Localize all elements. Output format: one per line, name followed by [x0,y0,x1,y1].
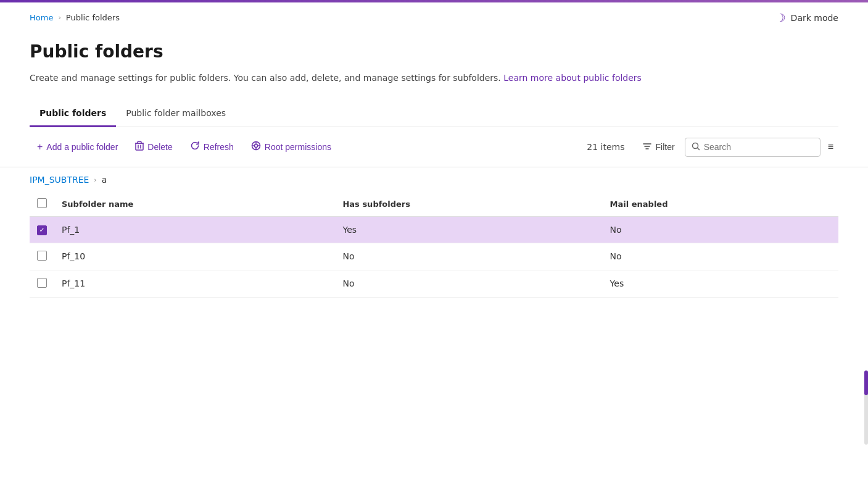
row-checkbox-cell [30,243,54,270]
view-toggle-button[interactable]: ≡ [823,138,838,156]
page-title: Public folders [30,41,838,62]
breadcrumb-current: Public folders [66,13,120,22]
tab-public-folders[interactable]: Public folders [30,102,116,127]
add-label: Add a public folder [46,142,118,152]
select-all-checkbox[interactable] [37,198,47,208]
add-public-folder-button[interactable]: + Add a public folder [30,138,125,156]
delete-button[interactable]: Delete [128,137,180,157]
col-header-checkbox [30,192,54,217]
search-icon [692,142,700,153]
filter-label: Filter [656,142,675,152]
breadcrumb-separator: › [58,14,60,22]
tab-public-folder-mailboxes[interactable]: Public folder mailboxes [116,102,236,127]
table-header-row: Subfolder name Has subfolders Mail enabl… [30,192,838,217]
root-permissions-button[interactable]: Root permissions [244,137,339,157]
tabs-container: Public folders Public folder mailboxes [30,102,838,127]
item-count: 21 items [587,142,624,152]
svg-rect-0 [136,143,143,150]
row-mail-enabled-pf10: No [603,243,838,270]
view-toggle-icon: ≡ [828,141,833,153]
filter-button[interactable]: Filter [635,138,682,157]
breadcrumb-bar: Home › Public folders ☽ Dark mode [0,2,868,24]
delete-icon [135,141,144,153]
path-breadcrumb: IPM_SUBTREE › a [0,167,868,192]
scrollbar-track [864,371,868,445]
row-checkbox-pf11[interactable] [37,278,47,288]
col-header-subfolder-name: Subfolder name [54,192,335,217]
delete-label: Delete [147,142,172,152]
row-has-subfolders-pf10: No [335,243,602,270]
filter-icon [642,141,652,153]
page-header: Public folders Create and manage setting… [0,24,868,85]
page-description: Create and manage settings for public fo… [30,72,838,85]
search-box [685,138,820,157]
search-input[interactable] [704,142,814,152]
folders-table: Subfolder name Has subfolders Mail enabl… [30,192,838,298]
row-has-subfolders-pf1: Yes [335,217,602,243]
root-permissions-label: Root permissions [265,142,331,152]
refresh-button[interactable]: Refresh [183,137,241,157]
table-row[interactable]: Pf_10 No No [30,243,838,270]
refresh-label: Refresh [204,142,234,152]
row-mail-enabled-pf1: No [603,217,838,243]
dark-mode-toggle[interactable]: ☽ Dark mode [775,11,838,24]
row-checkbox-cell [30,217,54,243]
col-header-has-subfolders: Has subfolders [335,192,602,217]
path-current: a [102,175,107,185]
table-container: Subfolder name Has subfolders Mail enabl… [0,192,868,298]
path-separator: › [94,176,96,184]
add-icon: + [37,141,43,153]
row-name-pf10: Pf_10 [54,243,335,270]
svg-point-2 [254,144,257,148]
scrollbar-thumb[interactable] [864,371,868,395]
learn-more-link[interactable]: Learn more about public folders [503,73,642,83]
table-row[interactable]: Pf_1 Yes No [30,217,838,243]
root-permissions-icon [251,141,261,153]
table-row[interactable]: Pf_11 No Yes [30,270,838,297]
row-has-subfolders-pf11: No [335,270,602,297]
refresh-icon [190,141,200,153]
dark-mode-label: Dark mode [791,13,838,23]
row-name-pf1: Pf_1 [54,217,335,243]
row-checkbox-cell [30,270,54,297]
row-mail-enabled-pf11: Yes [603,270,838,297]
path-root[interactable]: IPM_SUBTREE [30,175,89,185]
breadcrumb: Home › Public folders [30,13,120,22]
row-name-pf11: Pf_11 [54,270,335,297]
row-checkbox-pf1[interactable] [37,225,47,235]
description-text: Create and manage settings for public fo… [30,73,501,83]
toolbar: + Add a public folder Delete Refresh [0,127,868,167]
dark-mode-icon: ☽ [775,11,785,24]
col-header-mail-enabled: Mail enabled [603,192,838,217]
breadcrumb-home[interactable]: Home [30,13,53,22]
row-checkbox-pf10[interactable] [37,251,47,261]
